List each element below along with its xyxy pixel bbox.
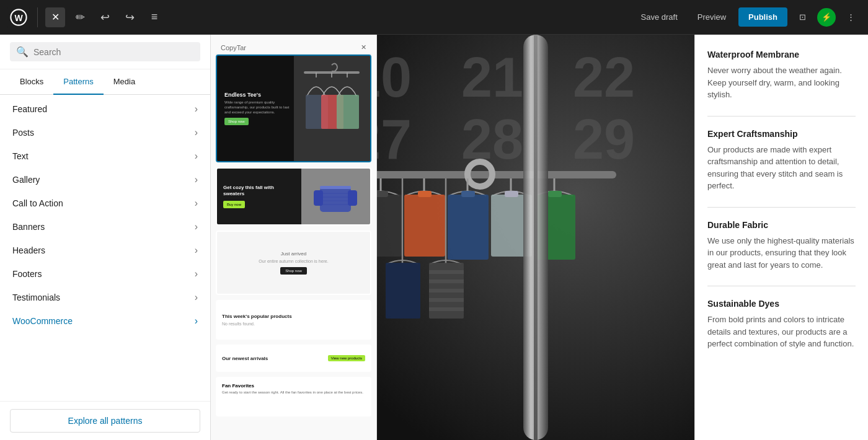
svg-rect-47 [429, 289, 464, 293]
sidebar-item-featured[interactable]: Featured › [0, 97, 210, 121]
pattern-3-text: Our entire autumn collection is here. [259, 259, 328, 263]
svg-rect-50 [523, 35, 548, 440]
search-input-wrapper[interactable]: 🔍 [10, 42, 200, 61]
pattern-4-no-results: No results found. [222, 322, 255, 326]
sweater-illustration [314, 175, 357, 218]
pattern-card-cozy-sweaters[interactable]: Get cozy this fall with sweaters Buy now [216, 167, 371, 226]
redo-button[interactable]: ↪ [120, 7, 140, 27]
svg-rect-34 [461, 191, 475, 197]
tab-blocks[interactable]: Blocks [10, 69, 53, 95]
feature-sustainable-title: Sustainable Dyes [707, 299, 856, 309]
canvas-area[interactable]: 10 21 22 27 28 29 [377, 35, 694, 440]
explore-patterns-container: Explore all patterns [0, 401, 210, 440]
feature-sustainable-text: From bold prints and colors to intricate… [707, 314, 856, 350]
tab-patterns[interactable]: Patterns [53, 69, 103, 95]
svg-rect-10 [314, 190, 323, 206]
save-draft-button[interactable]: Save draft [634, 9, 685, 25]
feature-craftsmanship-title: Expert Craftsmanship [707, 129, 856, 139]
sidebar-item-posts[interactable]: Posts › [0, 121, 210, 144]
search-icon: 🔍 [16, 46, 29, 58]
sidebar-item-woocommerce[interactable]: WooCommerce › [0, 309, 210, 333]
svg-text:29: 29 [573, 108, 635, 170]
topbar-divider [37, 7, 38, 27]
search-input[interactable] [33, 47, 194, 57]
panel-tab-label: CopyTar [221, 44, 246, 51]
svg-rect-31 [418, 191, 432, 197]
layout-button[interactable]: ⊡ [792, 7, 812, 27]
clothing-rack-photo: 10 21 22 27 28 29 [377, 35, 694, 440]
divider-3 [707, 286, 856, 286]
feature-durable: Durable Fabric We use only the highest-q… [707, 220, 856, 271]
feature-waterproof-text: Never worry about the weather again. Kee… [707, 64, 856, 101]
svg-rect-27 [377, 195, 402, 257]
chevron-right-icon: › [195, 268, 198, 279]
svg-rect-28 [377, 191, 388, 197]
sidebar-item-call-to-action[interactable]: Call to Action › [0, 191, 210, 215]
avatar[interactable]: ⚡ [817, 8, 836, 27]
redo-icon: ↪ [125, 11, 135, 24]
menu-button[interactable]: ≡ [144, 7, 164, 27]
tab-media[interactable]: Media [104, 69, 145, 95]
preview-button[interactable]: Preview [690, 9, 733, 25]
rack-svg: 10 21 22 27 28 29 [377, 35, 694, 440]
pattern-card-fan-favorites[interactable]: Fan Favorites Get ready to start the sea… [216, 377, 371, 416]
pattern-card-newest[interactable]: Our newest arrivals View new products [216, 345, 371, 372]
feature-craftsmanship-text: Our products are made with expert crafts… [707, 144, 856, 192]
panel-close-icon[interactable]: ✕ [361, 43, 366, 51]
undo-button[interactable]: ↩ [95, 7, 115, 27]
feature-waterproof: Waterproof Membrane Never worry about th… [707, 50, 856, 101]
pattern-2-title: Get cozy this fall with sweaters [223, 185, 295, 198]
feature-durable-title: Durable Fabric [707, 220, 856, 230]
pen-button[interactable]: ✏ [70, 7, 90, 27]
svg-text:10: 10 [377, 46, 412, 108]
sidebar-item-posts-label: Posts [12, 128, 34, 138]
pattern-4-preview: This week's popular products No results … [217, 301, 370, 338]
sidebar-item-gallery-label: Gallery [12, 175, 40, 185]
pattern-card-popular[interactable]: This week's popular products No results … [216, 300, 371, 340]
chevron-right-icon: › [195, 151, 198, 162]
pen-icon: ✏ [76, 11, 85, 24]
sidebar-item-headers-label: Headers [12, 245, 45, 255]
sidebar-tabs: Blocks Patterns Media [0, 69, 210, 95]
panel-header: CopyTar ✕ [216, 40, 371, 55]
publish-button[interactable]: Publish [738, 7, 787, 27]
pattern-2-left-side: Get cozy this fall with sweaters Buy now [217, 169, 301, 224]
divider-1 [707, 116, 856, 117]
sidebar: 🔍 Blocks Patterns Media Featured › Posts… [0, 35, 211, 440]
sidebar-item-footers[interactable]: Footers › [0, 262, 210, 286]
pattern-card-endless-tees[interactable]: Endless Tee's Wide range of premium qual… [216, 55, 371, 162]
wp-logo[interactable]: W [7, 6, 30, 29]
close-button[interactable]: ✕ [45, 7, 65, 27]
svg-rect-9 [320, 187, 351, 212]
hangers-illustration [301, 59, 363, 158]
menu-icon: ≡ [151, 11, 158, 24]
svg-rect-42 [386, 263, 420, 319]
sidebar-search-container: 🔍 [0, 35, 210, 69]
pattern-5-cta: View new products [328, 355, 365, 361]
divider-2 [707, 207, 856, 208]
more-options-button[interactable]: ⋮ [841, 7, 861, 27]
pattern-1-cta: Shop now [224, 118, 249, 125]
sidebar-item-gallery[interactable]: Gallery › [0, 168, 210, 191]
pattern-2-cta: Buy now [223, 201, 245, 208]
sidebar-item-testimonials[interactable]: Testimonials › [0, 286, 210, 309]
chevron-right-icon: › [195, 198, 198, 209]
sidebar-item-headers[interactable]: Headers › [0, 239, 210, 262]
patterns-preview-panel: CopyTar ✕ Endless Tee's Wide range of pr… [211, 35, 377, 440]
pattern-1-title: Endless Tee's [224, 92, 294, 98]
avatar-icon: ⚡ [822, 12, 831, 22]
sidebar-item-banners[interactable]: Banners › [0, 215, 210, 239]
chevron-right-icon: › [195, 245, 198, 256]
svg-rect-40 [548, 191, 562, 197]
svg-rect-30 [404, 195, 445, 257]
sidebar-item-footers-label: Footers [12, 269, 42, 279]
chevron-right-icon: › [195, 315, 198, 327]
sidebar-item-woocommerce-label: WooCommerce [12, 316, 73, 326]
sidebar-items-list: Featured › Posts › Text › Gallery › Call… [0, 95, 210, 401]
explore-all-patterns-button[interactable]: Explore all patterns [10, 409, 200, 433]
svg-text:21: 21 [461, 46, 523, 108]
svg-rect-12 [320, 186, 351, 189]
chevron-right-icon: › [195, 103, 198, 115]
pattern-card-just-arrived[interactable]: Just arrived Our entire autumn collectio… [216, 231, 371, 295]
sidebar-item-text[interactable]: Text › [0, 144, 210, 168]
